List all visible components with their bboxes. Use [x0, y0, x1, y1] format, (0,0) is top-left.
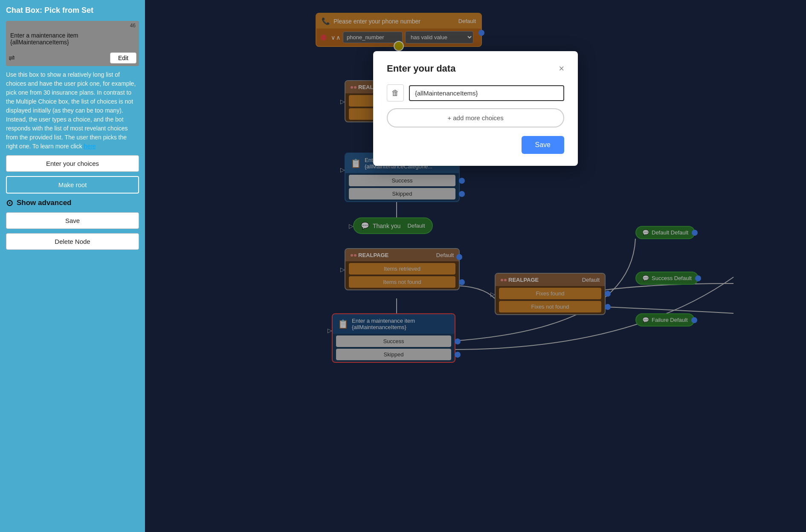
description-text: Use this box to show a relatively long l…: [6, 70, 139, 151]
delete-node-button[interactable]: Delete Node: [6, 233, 139, 250]
trash-icon: 🗑: [391, 89, 399, 98]
modal-header: Enter your data ×: [387, 63, 564, 74]
add-more-button[interactable]: + add more choices: [387, 108, 564, 127]
modal-save-button[interactable]: Save: [522, 136, 564, 154]
show-advanced-toggle[interactable]: ⊙ Show advanced: [6, 198, 139, 208]
canvas: 📞 Please enter your phone number Default…: [145, 0, 806, 532]
sidebar: Chat Box: Pick from Set 46 Enter a maint…: [0, 0, 145, 532]
make-root-button[interactable]: Make root: [6, 176, 139, 194]
shuffle-icon: ⇌: [9, 53, 15, 63]
choice-input[interactable]: [409, 85, 564, 101]
edit-button[interactable]: Edit: [110, 52, 136, 64]
enter-choices-button[interactable]: Enter your choices: [6, 155, 139, 172]
sidebar-title: Chat Box: Pick from Set: [6, 6, 139, 15]
modal-choice-row: 🗑: [387, 84, 564, 101]
text-area-wrapper: 46 Enter a maintenance item {allMaintena…: [6, 21, 139, 66]
modal-overlay: Enter your data × 🗑 + add more choices S…: [145, 0, 806, 532]
here-link[interactable]: here: [84, 143, 96, 150]
save-button[interactable]: Save: [6, 212, 139, 229]
text-area-footer: ⇌ Edit: [9, 52, 136, 64]
char-count: 46: [130, 23, 136, 29]
modal-title: Enter your data: [387, 63, 455, 74]
text-area-content[interactable]: Enter a maintenance item {allMaintenance…: [9, 23, 136, 49]
enter-data-modal: Enter your data × 🗑 + add more choices S…: [373, 51, 578, 166]
chevron-down-icon: ⊙: [6, 198, 13, 208]
show-advanced-label: Show advanced: [17, 199, 71, 207]
trash-icon-button[interactable]: 🗑: [387, 84, 404, 101]
modal-close-button[interactable]: ×: [559, 63, 564, 74]
